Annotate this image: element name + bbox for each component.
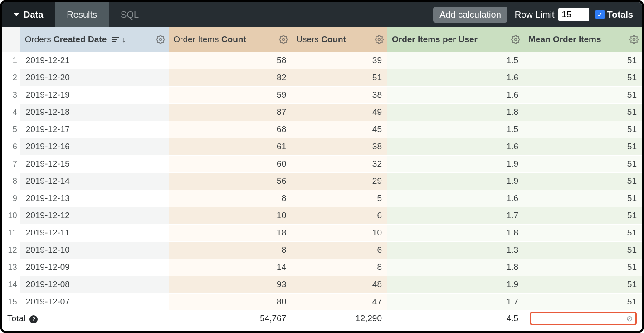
- cell-order-items-per-user: 1.6: [387, 190, 524, 207]
- col-header-mean-order-items[interactable]: Mean Order Items: [524, 27, 642, 52]
- cell-created-date: 2019-12-17: [20, 121, 169, 138]
- row-number: 7: [2, 155, 20, 172]
- totals-toggle[interactable]: ✓ Totals: [595, 10, 633, 20]
- cell-created-date: 2019-12-09: [20, 259, 169, 276]
- topbar: Data Results SQL Add calculation Row Lim…: [2, 2, 642, 27]
- gear-icon[interactable]: [156, 35, 165, 44]
- cell-created-date: 2019-12-19: [20, 86, 169, 103]
- cell-users-count: 38: [292, 138, 387, 155]
- cell-mean-order-items: 51: [524, 103, 642, 121]
- cell-users-count: 8: [292, 259, 387, 276]
- cell-order-items-per-user: 1.5: [387, 52, 524, 69]
- cell-order-items-per-user: 1.5: [387, 121, 524, 138]
- tab-results[interactable]: Results: [55, 2, 109, 27]
- sort-arrow-down-icon: ↓: [122, 35, 126, 44]
- row-number: 1: [2, 52, 20, 69]
- cell-users-count: 29: [292, 172, 387, 190]
- table-row: 92019-12-13851.651: [2, 190, 642, 207]
- sort-grip-icon: [112, 36, 119, 43]
- cell-mean-order-items: 51: [524, 190, 642, 207]
- col-header-prefix: Orders: [25, 34, 54, 44]
- cell-created-date: 2019-12-15: [20, 155, 169, 172]
- cell-order-items-per-user: 1.7: [387, 293, 524, 310]
- cell-created-date: 2019-12-18: [20, 103, 169, 121]
- cell-created-date: 2019-12-12: [20, 207, 169, 224]
- cell-order-items-count: 10: [169, 207, 292, 224]
- add-calculation-button[interactable]: Add calculation: [433, 7, 507, 23]
- cell-order-items-count: 80: [169, 293, 292, 310]
- tab-results-label: Results: [67, 10, 97, 20]
- cell-order-items-per-user: 1.9: [387, 276, 524, 293]
- row-number: 3: [2, 86, 20, 103]
- col-header-bold: Count: [221, 34, 246, 44]
- table-wrap: Orders Created Date ↓ Order Items Count: [2, 27, 642, 331]
- row-number: 13: [2, 259, 20, 276]
- cell-users-count: 38: [292, 86, 387, 103]
- tab-data[interactable]: Data: [2, 2, 55, 27]
- cell-users-count: 5: [292, 190, 387, 207]
- cell-order-items-per-user: 1.8: [387, 103, 524, 121]
- row-limit-input[interactable]: [558, 8, 589, 21]
- cell-mean-order-items: 51: [524, 172, 642, 190]
- cell-users-count: 48: [292, 276, 387, 293]
- col-header-order-items-count[interactable]: Order Items Count: [169, 27, 292, 52]
- row-number: 14: [2, 276, 20, 293]
- cell-order-items-count: 58: [169, 52, 292, 69]
- cell-mean-order-items: 51: [524, 121, 642, 138]
- cell-order-items-count: 8: [169, 241, 292, 259]
- cell-order-items-count: 68: [169, 121, 292, 138]
- tab-sql-label: SQL: [121, 10, 139, 20]
- row-number: 8: [2, 172, 20, 190]
- cell-created-date: 2019-12-21: [20, 52, 169, 69]
- cell-order-items-per-user: 1.3: [387, 241, 524, 259]
- table-row: 112019-12-1118101.851: [2, 224, 642, 241]
- col-header-users-count[interactable]: Users Count: [292, 27, 387, 52]
- cell-order-items-count: 14: [169, 259, 292, 276]
- table-row: 32019-12-1959381.651: [2, 86, 642, 103]
- table-row: 122019-12-10861.351: [2, 241, 642, 259]
- row-number: 12: [2, 241, 20, 259]
- cell-order-items-count: 93: [169, 276, 292, 293]
- cell-mean-order-items: 51: [524, 241, 642, 259]
- table-row: 82019-12-1456291.951: [2, 172, 642, 190]
- row-limit-label: Row Limit: [515, 10, 555, 20]
- cell-users-count: 6: [292, 241, 387, 259]
- col-header-rownum: [2, 27, 20, 52]
- results-table: Orders Created Date ↓ Order Items Count: [2, 27, 642, 327]
- row-number: 15: [2, 293, 20, 310]
- table-row: 152019-12-0780471.751: [2, 293, 642, 310]
- col-header-created-date[interactable]: Orders Created Date ↓: [20, 27, 169, 52]
- table-row: 102019-12-121061.751: [2, 207, 642, 224]
- gear-icon[interactable]: [511, 35, 520, 44]
- col-header-bold: Created Date: [54, 34, 107, 44]
- row-number: 10: [2, 207, 20, 224]
- cell-mean-order-items: 51: [524, 224, 642, 241]
- cell-order-items-count: 8: [169, 190, 292, 207]
- gear-icon[interactable]: [279, 35, 288, 44]
- cell-users-count: 47: [292, 293, 387, 310]
- totals-label-cell: Total ?: [2, 310, 169, 327]
- svg-point-1: [283, 38, 285, 40]
- cell-users-count: 10: [292, 224, 387, 241]
- table-row: 12019-12-2158391.551: [2, 52, 642, 69]
- cell-users-count: 6: [292, 207, 387, 224]
- gear-icon[interactable]: [375, 35, 384, 44]
- cell-order-items-count: 61: [169, 138, 292, 155]
- row-limit-group: Row Limit: [515, 8, 589, 21]
- help-icon[interactable]: ?: [29, 315, 38, 323]
- svg-point-3: [515, 38, 517, 40]
- cell-order-items-count: 18: [169, 224, 292, 241]
- cell-users-count: 32: [292, 155, 387, 172]
- cell-order-items-count: 56: [169, 172, 292, 190]
- cell-mean-order-items: 51: [524, 69, 642, 86]
- col-header-order-items-per-user[interactable]: Order Items per User: [387, 27, 524, 52]
- cell-order-items-count: 87: [169, 103, 292, 121]
- col-header-prefix: Users: [296, 34, 321, 44]
- cell-order-items-per-user: 1.6: [387, 86, 524, 103]
- cell-mean-order-items: 51: [524, 293, 642, 310]
- cell-mean-order-items: 51: [524, 138, 642, 155]
- cell-mean-order-items: 51: [524, 52, 642, 69]
- tab-sql[interactable]: SQL: [109, 2, 151, 27]
- gear-icon[interactable]: [629, 35, 639, 44]
- table-header-row: Orders Created Date ↓ Order Items Count: [2, 27, 642, 52]
